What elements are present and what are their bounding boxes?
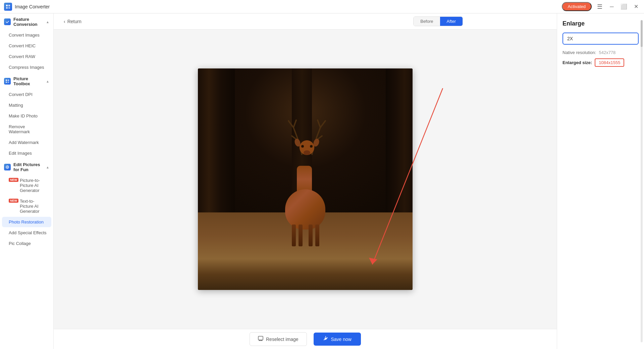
sidebar-item-add-special-effects[interactable]: Add Special Effects	[2, 228, 51, 238]
edit-pictures-label: Edit Pictures for Fun	[13, 162, 43, 172]
deer-neck	[297, 166, 312, 193]
sidebar-item-add-watermark[interactable]: Add Watermark	[2, 137, 51, 148]
native-resolution-value: 542x778	[599, 50, 615, 55]
return-label: Return	[67, 19, 82, 24]
save-icon	[323, 336, 328, 342]
sidebar-item-pic-collage[interactable]: Pic Collage	[2, 238, 51, 249]
svg-rect-1	[8, 5, 10, 6]
deer-leg-3	[309, 225, 313, 246]
deer-torso	[285, 189, 325, 230]
main-image	[198, 68, 413, 290]
title-bar-actions: Activated ☰ ─ ⬜ ✕	[562, 2, 640, 11]
svg-rect-3	[8, 7, 10, 9]
svg-rect-5	[8, 80, 9, 81]
svg-rect-2	[6, 7, 8, 9]
content-toolbar: ‹ Return Before After	[54, 13, 557, 30]
picture-toolbox-icon	[4, 78, 11, 85]
title-bar: Image Converter Activated ☰ ─ ⬜ ✕	[0, 0, 644, 13]
enlarged-size-row: Enlarged size: 1084x1555	[562, 58, 639, 67]
sidebar: Feature Conversion ▲ Convert Images Conv…	[0, 13, 54, 349]
return-button[interactable]: ‹ Return	[60, 17, 85, 26]
sidebar-item-matting[interactable]: Matting	[2, 100, 51, 110]
main-layout: Feature Conversion ▲ Convert Images Conv…	[0, 13, 644, 349]
close-button[interactable]: ✕	[632, 3, 640, 11]
svg-rect-19	[258, 336, 263, 340]
right-panel-inner: Enlarge Native resolution: 542x778 Enlar…	[562, 20, 639, 67]
before-after-toggle: Before After	[413, 16, 463, 26]
reselect-icon	[258, 336, 263, 342]
right-panel-scrollbar[interactable]	[641, 20, 643, 342]
activated-badge[interactable]: Activated	[562, 2, 592, 11]
feature-conversion-chevron: ▲	[46, 20, 49, 24]
new-badge-p2p: NEW	[9, 178, 18, 182]
sidebar-item-photo-restoration[interactable]: Photo Restoration	[2, 217, 51, 227]
sidebar-item-compress-images[interactable]: Compress Images	[2, 62, 51, 72]
app-logo: Image Converter	[4, 3, 50, 11]
deer-leg-4	[315, 225, 319, 246]
sidebar-item-make-id-photo[interactable]: Make ID Photo	[2, 111, 51, 121]
enlarged-size-label: Enlarged size:	[562, 60, 592, 65]
deer-leg-1	[292, 225, 296, 246]
edit-pictures-icon	[4, 164, 11, 170]
sidebar-section-feature-conversion[interactable]: Feature Conversion ▲	[0, 13, 53, 30]
scrollbar-track	[641, 20, 643, 342]
reselect-button[interactable]: Reselect image	[250, 332, 307, 346]
hamburger-menu-button[interactable]: ☰	[596, 3, 604, 11]
before-button[interactable]: Before	[414, 17, 440, 26]
picture-toolbox-label: Picture Toolbox	[13, 76, 43, 86]
enlarge-input[interactable]	[562, 33, 639, 45]
sidebar-item-convert-images[interactable]: Convert Images	[2, 30, 51, 40]
content-area: ‹ Return Before After	[54, 13, 557, 349]
sidebar-item-remove-watermark[interactable]: Remove Watermark	[2, 121, 51, 137]
save-label: Save now	[331, 337, 352, 342]
sidebar-item-text-to-picture[interactable]: NEW Text-to-Picture AI Generator	[2, 196, 51, 216]
right-panel: Enlarge Native resolution: 542x778 Enlar…	[557, 13, 644, 349]
feature-conversion-label: Feature Conversion	[13, 17, 43, 27]
sidebar-label-text-to-picture: Text-to-Picture AI Generator	[20, 199, 47, 214]
minimize-button[interactable]: ─	[608, 3, 616, 11]
sidebar-item-edit-images[interactable]: Edit Images	[2, 148, 51, 158]
edit-pictures-chevron: ▲	[46, 165, 49, 169]
sidebar-item-convert-dpi[interactable]: Convert DPI	[2, 89, 51, 100]
maximize-button[interactable]: ⬜	[620, 3, 628, 11]
svg-rect-4	[6, 80, 7, 81]
sidebar-item-convert-raw[interactable]: Convert RAW	[2, 51, 51, 62]
picture-toolbox-chevron: ▲	[46, 80, 49, 83]
image-background	[198, 68, 413, 290]
sidebar-item-convert-heic[interactable]: Convert HEIC	[2, 41, 51, 51]
new-badge-t2p: NEW	[9, 199, 18, 203]
app-title: Image Converter	[15, 4, 50, 9]
return-chevron-icon: ‹	[64, 19, 65, 24]
sidebar-section-picture-toolbox[interactable]: Picture Toolbox ▲	[0, 73, 53, 89]
sidebar-item-picture-to-picture[interactable]: NEW Picture-to-Picture AI Generator	[2, 175, 51, 196]
deer-body	[278, 156, 332, 250]
deer-leg-2	[299, 225, 303, 246]
save-button[interactable]: Save now	[314, 333, 361, 346]
svg-rect-7	[8, 82, 9, 83]
feature-conversion-icon	[4, 18, 11, 25]
bottom-bar: Reselect image Save now	[54, 329, 557, 349]
svg-rect-0	[6, 5, 8, 6]
app-icon	[4, 3, 12, 11]
reselect-label: Reselect image	[266, 337, 299, 342]
enlarged-size-value: 1084x1555	[595, 58, 624, 67]
image-viewer	[54, 30, 557, 329]
right-panel-title: Enlarge	[562, 20, 639, 27]
sidebar-section-edit-pictures[interactable]: Edit Pictures for Fun ▲	[0, 159, 53, 175]
native-resolution-row: Native resolution: 542x778	[562, 50, 639, 55]
after-button[interactable]: After	[440, 17, 463, 26]
svg-rect-6	[6, 82, 7, 83]
native-resolution-label: Native resolution:	[562, 50, 596, 55]
scrollbar-thumb[interactable]	[641, 20, 643, 47]
sidebar-label-picture-to-picture: Picture-to-Picture AI Generator	[20, 178, 47, 193]
